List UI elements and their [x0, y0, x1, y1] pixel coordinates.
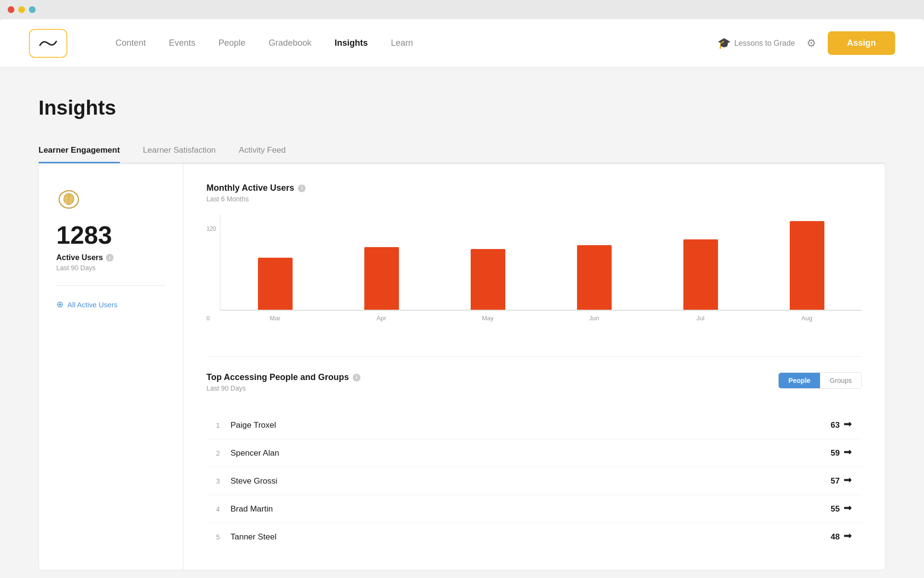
titlebar: [0, 0, 924, 19]
toggle-people-button[interactable]: People: [779, 373, 820, 388]
y-label-120: 120: [206, 225, 216, 232]
person-score-5[interactable]: 48 ⮕: [831, 532, 852, 542]
rank-3: 3: [216, 477, 231, 485]
divider: [56, 285, 166, 286]
rank-4: 4: [216, 505, 231, 513]
x-label-apr: Apr: [334, 315, 429, 322]
all-active-users-label: All Active Users: [67, 301, 117, 309]
bar-may-fill: [471, 249, 505, 310]
arrow-icon-3: ⮕: [844, 476, 852, 486]
x-label-jul: Jul: [653, 315, 748, 322]
x-label-aug: Aug: [759, 315, 854, 322]
nav-content[interactable]: Content: [116, 38, 146, 48]
rank-5: 5: [216, 533, 231, 541]
lessons-to-grade[interactable]: 🎓 Lessons to Grade: [718, 37, 795, 50]
lessons-icon: 🎓: [718, 37, 731, 50]
rank-1: 1: [216, 421, 231, 429]
settings-button[interactable]: ⚙: [807, 37, 816, 50]
app-window: Content Events People Gradebook Insights…: [0, 19, 924, 578]
score-value-1: 63: [831, 420, 840, 430]
active-count: 1283: [56, 223, 166, 248]
x-label-may: May: [440, 315, 535, 322]
nav-learn[interactable]: Learn: [391, 38, 413, 48]
gear-icon: ⚙: [807, 37, 816, 49]
nav-people[interactable]: People: [218, 38, 245, 48]
x-label-jun: Jun: [547, 315, 642, 322]
bar-aug-fill: [790, 221, 824, 310]
close-dot[interactable]: [8, 6, 14, 13]
person-name-3: Steve Grossi: [231, 476, 831, 486]
logo-icon: [36, 35, 60, 52]
bar-apr: [334, 247, 429, 310]
arrow-icon-5: ⮕: [844, 532, 852, 542]
people-section-header: Top Accessing People and Groups i Last 9…: [206, 372, 862, 404]
brain-icon: [56, 187, 166, 217]
bar-apr-fill: [364, 247, 399, 310]
person-row-3: 3 Steve Grossi 57 ⮕: [206, 467, 862, 495]
assign-button[interactable]: Assign: [828, 31, 895, 55]
tab-activity-feed[interactable]: Activity Feed: [239, 139, 285, 163]
person-name-2: Spencer Alan: [231, 448, 831, 458]
tabs: Learner Engagement Learner Satisfaction …: [38, 139, 886, 163]
bar-jul-fill: [683, 239, 718, 310]
link-icon: ⊕: [56, 299, 64, 310]
people-section-subtitle: Last 90 Days: [206, 384, 360, 392]
maximize-dot[interactable]: [29, 6, 36, 13]
person-row-1: 1 Paige Troxel 63 ⮕: [206, 411, 862, 439]
header: Content Events People Gradebook Insights…: [0, 19, 924, 67]
people-section: Top Accessing People and Groups i Last 9…: [206, 356, 862, 551]
tab-learner-satisfaction[interactable]: Learner Satisfaction: [143, 139, 216, 163]
dashboard: 1283 Active Users i Last 90 Days ⊕ All A…: [38, 163, 886, 570]
y-label-0: 0: [206, 315, 216, 322]
page-title: Insights: [38, 96, 886, 119]
active-users-label: Active Users i: [56, 253, 166, 262]
x-label-mar: Mar: [228, 315, 322, 322]
logo[interactable]: [29, 29, 67, 58]
logo-area: [29, 29, 67, 58]
left-panel: 1283 Active Users i Last 90 Days ⊕ All A…: [39, 164, 183, 570]
nav-gradebook[interactable]: Gradebook: [269, 38, 311, 48]
person-name-1: Paige Troxel: [231, 420, 831, 430]
chart-info-icon: i: [298, 184, 306, 192]
tab-learner-engagement[interactable]: Learner Engagement: [38, 139, 120, 163]
right-panel: Monthly Active Users i Last 6 Months 120…: [183, 164, 885, 570]
score-value-5: 48: [831, 532, 840, 542]
people-list: 1 Paige Troxel 63 ⮕ 2 Spencer Alan 59: [206, 411, 862, 551]
bar-mar: [228, 258, 323, 310]
arrow-icon-1: ⮕: [844, 420, 852, 430]
nav-events[interactable]: Events: [169, 38, 195, 48]
person-score-4[interactable]: 55 ⮕: [831, 504, 852, 514]
person-row-2: 2 Spencer Alan 59 ⮕: [206, 439, 862, 467]
person-score-3[interactable]: 57 ⮕: [831, 476, 852, 486]
header-actions: 🎓 Lessons to Grade ⚙ Assign: [718, 31, 895, 55]
person-name-4: Brad Martin: [231, 504, 831, 514]
bar-jul: [653, 239, 748, 310]
bar-mar-fill: [258, 258, 293, 310]
bar-jun-fill: [577, 245, 612, 310]
person-score-1[interactable]: 63 ⮕: [831, 420, 852, 430]
info-icon: i: [106, 254, 114, 262]
page-content: Insights Learner Engagement Learner Sati…: [0, 67, 924, 578]
chart-title: Monthly Active Users i: [206, 183, 862, 193]
score-value-4: 55: [831, 504, 840, 514]
nav-insights[interactable]: Insights: [334, 38, 368, 48]
arrow-icon-2: ⮕: [844, 448, 852, 458]
brain-svg: [56, 187, 81, 212]
person-row-4: 4 Brad Martin 55 ⮕: [206, 495, 862, 523]
bar-aug: [759, 221, 854, 310]
all-active-users-link[interactable]: ⊕ All Active Users: [56, 299, 166, 310]
bar-may: [441, 249, 536, 310]
lessons-to-grade-label: Lessons to Grade: [734, 39, 795, 48]
minimize-dot[interactable]: [18, 6, 25, 13]
arrow-icon-4: ⮕: [844, 504, 852, 514]
person-row-5: 5 Tanner Steel 48 ⮕: [206, 523, 862, 551]
active-period-label: Last 90 Days: [56, 264, 166, 272]
person-score-2[interactable]: 59 ⮕: [831, 448, 852, 458]
people-section-title: Top Accessing People and Groups i: [206, 372, 360, 382]
chart-section: Monthly Active Users i Last 6 Months 120…: [206, 183, 862, 333]
bar-jun: [547, 245, 642, 310]
chart-subtitle: Last 6 Months: [206, 195, 862, 203]
toggle-groups-button[interactable]: Groups: [820, 373, 861, 388]
score-value-3: 57: [831, 476, 840, 486]
score-value-2: 59: [831, 448, 840, 458]
